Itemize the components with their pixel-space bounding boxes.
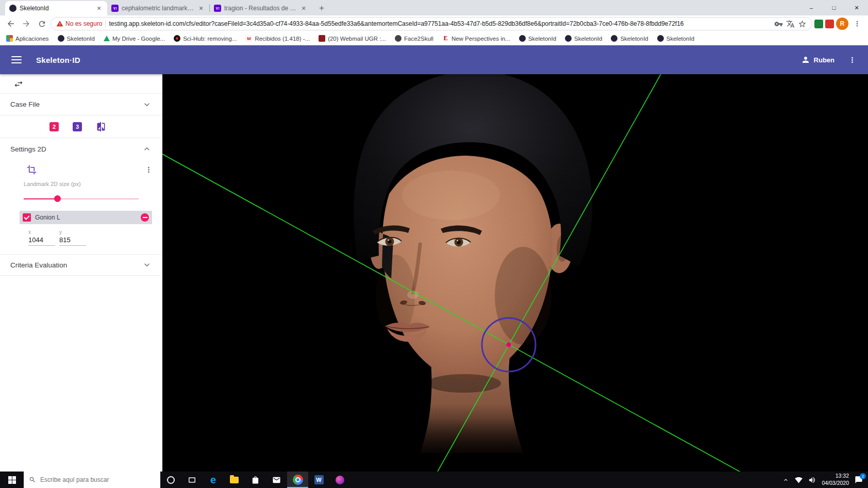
- bookmark-label: SkeletonId: [620, 36, 648, 42]
- slider-thumb[interactable]: [54, 195, 61, 202]
- bookmark-label: SkeletonId: [574, 36, 602, 42]
- yahoo-favicon: Y!: [214, 5, 221, 12]
- more-options-icon[interactable]: [144, 165, 153, 174]
- bookmark-gmail[interactable]: MRecibidos (1.418) -...: [245, 35, 310, 42]
- settings-tools-row: [0, 161, 162, 176]
- head-render[interactable]: [162, 74, 868, 472]
- profile-avatar[interactable]: R: [836, 18, 848, 30]
- cortana-icon[interactable]: [160, 472, 181, 488]
- paint3d-icon[interactable]: [329, 472, 350, 488]
- view-mode-row: 2 3: [0, 115, 162, 138]
- security-chip[interactable]: No es seguro: [56, 20, 102, 27]
- notification-center-icon[interactable]: 2: [855, 476, 863, 484]
- section-criteria-evaluation[interactable]: Criteria Evaluation: [0, 254, 162, 276]
- section-case-file[interactable]: Case File: [0, 94, 162, 115]
- close-button[interactable]: ✕: [845, 0, 868, 15]
- tab-title: SkeletonId: [20, 5, 92, 12]
- bookmark-newperspectives[interactable]: ENew Perspectives in...: [442, 35, 510, 42]
- landmark-point[interactable]: [507, 343, 511, 347]
- bookmark-drive[interactable]: My Drive - Google...: [104, 36, 165, 42]
- section-label: Criteria Evaluation: [10, 261, 67, 269]
- extension-icon[interactable]: [825, 20, 834, 28]
- extension-icon[interactable]: [814, 20, 823, 28]
- word-icon[interactable]: W: [308, 472, 329, 488]
- swap-horizontal-icon[interactable]: [13, 79, 24, 89]
- chip-separator: [105, 20, 106, 27]
- landmarks-2d-button[interactable]: 2: [49, 122, 59, 131]
- file-explorer-icon[interactable]: [224, 472, 245, 488]
- bookmark-scihub[interactable]: Sci-Hub: removing...: [174, 35, 237, 42]
- screen: SkeletonId ✕ Y! cephalometric landmarks …: [0, 0, 868, 488]
- tab-tragion[interactable]: Y! tragion - Resultados de Yahoo Es ✕: [210, 1, 312, 15]
- remove-landmark-icon[interactable]: [141, 213, 149, 222]
- landmark-name: Gonion L: [35, 214, 137, 221]
- edge-icon[interactable]: e: [203, 472, 224, 488]
- viewport-3d[interactable]: [162, 74, 868, 472]
- address-bar: No es seguro testing.app.skeleton-id.com…: [0, 15, 868, 32]
- taskbar-clock[interactable]: 13:32 04/03/2020: [822, 473, 849, 486]
- taskbar-search[interactable]: [24, 472, 160, 488]
- task-view-icon[interactable]: [181, 472, 203, 488]
- user-chip[interactable]: Ruben: [801, 55, 834, 64]
- store-icon[interactable]: [245, 472, 266, 488]
- forward-icon[interactable]: [20, 17, 33, 30]
- bookmark-label: Recibidos (1.418) -...: [255, 36, 310, 42]
- x-label: x: [28, 229, 55, 235]
- chevron-down-icon: [142, 99, 152, 110]
- bookmark-skeletonid[interactable]: SkeletonId: [58, 35, 95, 42]
- translate-icon[interactable]: [786, 20, 795, 28]
- minimize-button[interactable]: –: [800, 0, 823, 15]
- bookmark-star-icon[interactable]: [798, 20, 807, 28]
- section-settings-2d[interactable]: Settings 2D: [0, 138, 162, 160]
- clock-time: 13:32: [822, 473, 849, 480]
- bookmark-skeletonid[interactable]: SkeletonId: [657, 35, 694, 42]
- coordinate-fields: x y: [28, 229, 162, 246]
- skeletonid-favicon: [611, 35, 617, 42]
- tab-skeletonid[interactable]: SkeletonId ✕: [5, 1, 107, 15]
- tab-close-icon[interactable]: ✕: [299, 4, 308, 12]
- key-icon[interactable]: [774, 20, 783, 28]
- tab-close-icon[interactable]: ✕: [95, 4, 103, 12]
- app-menu-icon[interactable]: [848, 56, 857, 64]
- omnibox[interactable]: No es seguro testing.app.skeleton-id.com…: [51, 17, 812, 30]
- bookmark-webmail[interactable]: (20) Webmail UGR :...: [319, 35, 386, 42]
- crop-icon[interactable]: [27, 165, 37, 175]
- wifi-icon[interactable]: [795, 476, 803, 484]
- warning-icon: [56, 20, 63, 27]
- landmark-size-slider[interactable]: [24, 195, 139, 203]
- bookmark-face2skull[interactable]: Face2Skull: [395, 35, 433, 42]
- skeletonid-favicon: [58, 35, 64, 42]
- menu-hamburger-icon[interactable]: [11, 56, 22, 63]
- compare-icon[interactable]: [96, 122, 106, 132]
- start-button[interactable]: [0, 472, 24, 488]
- bookmark-label: SkeletonId: [666, 36, 694, 42]
- landmark-checkbox[interactable]: [23, 213, 31, 222]
- bookmark-label: Face2Skull: [404, 36, 433, 42]
- mail-icon[interactable]: [266, 472, 287, 488]
- x-coordinate-input[interactable]: [28, 235, 55, 246]
- bookmark-skeletonid[interactable]: SkeletonId: [565, 35, 602, 42]
- y-coordinate-input[interactable]: [59, 235, 86, 246]
- bookmark-aplicaciones[interactable]: Aplicaciones: [6, 35, 49, 42]
- landmark-row-selected[interactable]: Gonion L: [20, 211, 152, 224]
- search-input[interactable]: [40, 476, 155, 483]
- new-tab-button[interactable]: +: [315, 2, 328, 15]
- browser-menu-icon[interactable]: [850, 17, 864, 30]
- window-controls: – □ ✕: [800, 0, 868, 15]
- chrome-icon[interactable]: [287, 472, 308, 488]
- bookmark-skeletonid[interactable]: SkeletonId: [611, 35, 648, 42]
- tab-cephalometric[interactable]: Y! cephalometric landmarks in obli ✕: [107, 1, 209, 15]
- volume-icon[interactable]: [808, 476, 816, 484]
- url-text[interactable]: testing.app.skeleton-id.com/cfs/editor?c…: [109, 20, 771, 27]
- refresh-icon[interactable]: [35, 17, 48, 30]
- skeletonid-favicon: [657, 35, 664, 42]
- tab-close-icon[interactable]: ✕: [197, 4, 205, 12]
- landmarks-3d-button[interactable]: 3: [73, 122, 82, 131]
- skeletonid-favicon: [519, 35, 526, 42]
- sidebar: Case File 2 3 Settings 2D Landmark 2D si…: [0, 74, 162, 472]
- tray-chevron-up-icon[interactable]: [782, 477, 789, 483]
- bookmark-skeletonid[interactable]: SkeletonId: [519, 35, 556, 42]
- sidebar-toolbar: [0, 74, 162, 94]
- maximize-button[interactable]: □: [823, 0, 845, 15]
- back-icon[interactable]: [4, 17, 18, 30]
